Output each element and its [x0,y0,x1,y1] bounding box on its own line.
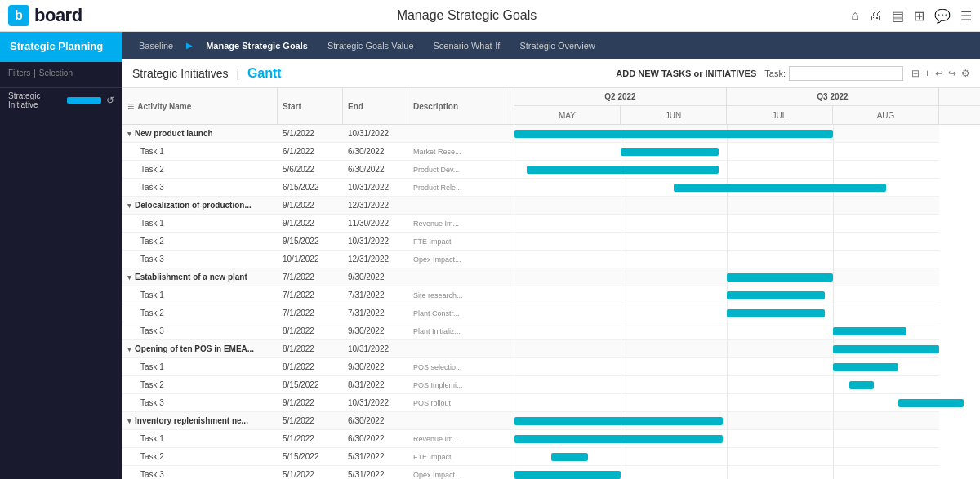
gantt-vline [727,233,728,250]
gantt-vline [727,322,728,339]
table-row: Task 310/1/202212/31/2022Opex Impact... [122,251,514,268]
jun-header: JUN [621,106,727,125]
task-panel[interactable]: ≡ Activity Name Start End Description ▾N… [122,88,514,479]
home-icon[interactable]: ⌂ [851,8,859,23]
gantt-vline [833,448,834,465]
chevron-icon[interactable]: ▾ [127,202,131,210]
may-header: MAY [514,106,621,125]
gantt-row [514,197,939,215]
gantt-row [514,268,939,286]
topbar-icons: ⌂ 🖨 ▤ ⊞ 💬 ☰ [851,8,972,24]
message-icon[interactable]: ▤ [892,8,904,24]
gantt-vline [621,358,621,375]
gantt-bar [849,381,874,389]
nav-scenario[interactable]: Scenario What-If [425,38,509,54]
sidebar-title: Strategic Planning [0,32,122,62]
gantt-bar [833,327,906,335]
table-row: ▾Opening of ten POS in EMEA...8/1/202210… [122,340,514,358]
gantt-vline [727,215,728,232]
chevron-icon[interactable]: ▾ [127,273,131,282]
task-dropdown-area: Task: [764,66,903,81]
top-bar: b board Manage Strategic Goals ⌂ 🖨 ▤ ⊞ 💬… [0,0,980,32]
cell-activity: ▾Opening of ten POS in EMEA... [122,343,278,355]
gantt-vline [621,268,621,286]
cell-start: 6/15/2022 [278,181,343,193]
cell-start: 10/1/2022 [278,253,343,265]
cell-desc [408,419,506,423]
cell-start: 8/1/2022 [278,325,343,337]
add-new-button[interactable]: ADD NEW TASKS or INITIATIVES [616,69,756,78]
task-rows-container: ▾New product launch5/1/202210/31/2022Tas… [122,125,514,479]
gantt-vline [621,376,621,393]
cell-activity: Task 3 [122,181,278,193]
cell-start: 8/15/2022 [278,379,343,391]
filter-refresh-icon[interactable]: ↺ [106,95,114,106]
gantt-bar [514,417,723,425]
cell-start: 5/1/2022 [278,127,343,140]
gantt-bar [833,363,898,371]
sidebar-strategic-initiative[interactable]: Strategic Initiative ↺ [0,88,122,113]
redo-icon[interactable]: ↪ [948,68,956,79]
cell-end: 10/31/2022 [343,397,408,409]
nav-goals-value[interactable]: Strategic Goals Value [319,38,422,54]
pipe-sep: | [33,69,36,78]
cell-desc: Product Dev... [408,164,506,175]
cell-start: 9/1/2022 [278,217,343,229]
gantt-wrapper: ≡ Activity Name Start End Description ▾N… [122,88,980,479]
cell-start: 5/1/2022 [278,468,343,479]
gantt-row [514,233,939,251]
gantt-label: Gantt [247,66,282,80]
cell-end: 9/30/2022 [343,271,408,283]
chat-icon[interactable]: 💬 [934,8,951,24]
cell-desc: Plant Initializ... [408,326,506,337]
gantt-bar [527,166,719,174]
settings-icon[interactable]: ⚙ [961,68,970,79]
q3-2022-label: Q3 2022 [727,88,939,105]
undo-icon[interactable]: ↩ [935,68,943,79]
nav-baseline[interactable]: Baseline [131,38,181,54]
gantt-panel[interactable]: Q2 2022 Q3 2022 MAY JUN JUL AUG [514,88,980,479]
nav-manage-goals[interactable]: Manage Strategic Goals [198,38,316,54]
cell-desc: Revenue Im... [408,433,506,445]
cell-activity: Task 1 [122,432,278,445]
chevron-icon[interactable]: ▾ [127,417,131,425]
col-header-activity: ≡ Activity Name [122,88,278,124]
cell-desc: FTE Impact [408,236,506,247]
gantt-vline [727,430,728,447]
chevron-icon[interactable]: ▾ [127,345,131,353]
grid-icon[interactable]: ⊞ [914,8,924,24]
cell-start: 7/1/2022 [278,307,343,319]
gantt-vline [621,466,621,479]
gantt-row [514,430,939,448]
menu-icon[interactable]: ☰ [960,8,972,24]
cell-start: 5/1/2022 [278,432,343,445]
gantt-row [514,394,939,412]
task-select[interactable] [789,66,903,81]
cell-end: 7/31/2022 [343,307,408,319]
sidebar: Strategic Planning Filters | Selection S… [0,32,122,479]
cell-activity: Task 2 [122,163,278,175]
sidebar-filters: Filters | Selection [0,62,122,88]
gantt-row [514,161,939,179]
gantt-vline [833,251,834,268]
gantt-vline [621,340,621,357]
col-header-start: Start [278,88,343,124]
cell-activity: Task 2 [122,235,278,247]
add-icon[interactable]: + [924,68,930,79]
chevron-icon[interactable]: ▾ [127,130,131,138]
cell-desc: Opex Impact... [408,469,506,480]
table-row: Task 25/6/20226/30/2022Product Dev... [122,161,514,179]
nav-overview[interactable]: Strategic Overview [511,38,603,54]
print-icon[interactable]: 🖨 [869,8,882,23]
cell-desc: POS selectio... [408,361,506,373]
cell-end: 5/31/2022 [343,450,408,463]
selection-label: Selection [39,69,73,78]
gantt-row [514,322,939,340]
gantt-row [514,251,939,268]
cell-activity: Task 2 [122,450,278,463]
logo-name: board [34,5,82,26]
filter-icon[interactable]: ⊟ [911,68,920,79]
cell-desc: POS Implemi... [408,379,506,391]
table-row: ▾Establishment of a new plant7/1/20229/3… [122,268,514,286]
cell-start: 9/1/2022 [278,199,343,211]
